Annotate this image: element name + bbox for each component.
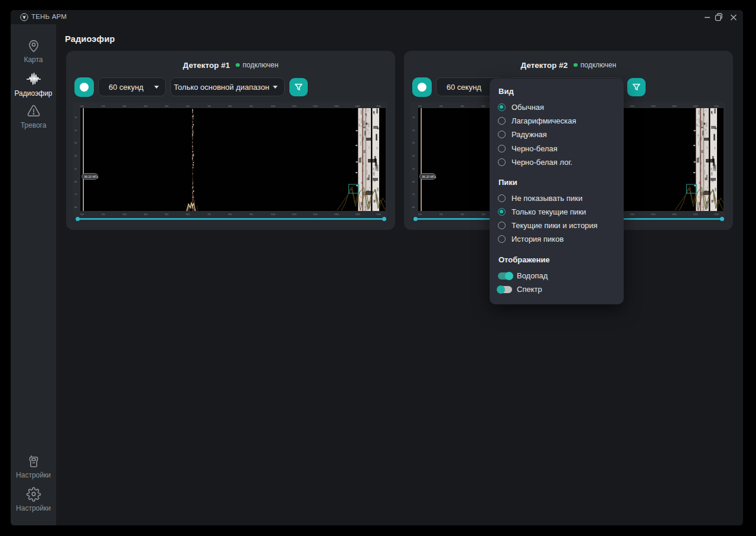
svg-text:-40: -40 [74,155,77,157]
svg-text:400: 400 [481,105,485,108]
svg-text:300: 300 [123,105,126,108]
svg-text:700: 700 [207,105,211,108]
svg-text:500: 500 [165,213,168,216]
svg-text:700: 700 [207,213,211,216]
svg-text:1000: 1000 [271,105,275,108]
svg-text:200: 200 [102,213,105,216]
svg-text:1500: 1500 [376,213,381,216]
svg-text:-10: -10 [74,116,77,119]
svg-text:1500: 1500 [376,105,381,108]
svg-text:400: 400 [144,105,147,108]
svg-text:100: 100 [80,213,84,216]
svg-text:96.20 МГц: 96.20 МГц [84,175,99,178]
svg-text:-60: -60 [412,181,415,183]
svg-text:-50: -50 [412,168,415,170]
svg-text:-10: -10 [412,116,415,119]
svg-text:-30: -30 [74,142,77,144]
svg-text:-20: -20 [412,129,415,132]
svg-text:1100: 1100 [292,105,296,108]
svg-text:1200: 1200 [651,105,656,108]
svg-text:1300: 1300 [672,105,676,108]
svg-text:-80: -80 [74,206,77,209]
svg-text:800: 800 [229,213,232,216]
svg-text:100: 100 [80,105,84,108]
svg-text:1200: 1200 [651,213,656,216]
svg-text:1200: 1200 [313,213,318,216]
svg-text:300: 300 [461,213,464,216]
svg-text:1500: 1500 [714,213,719,216]
svg-text:1400: 1400 [355,105,360,108]
svg-text:100: 100 [418,213,422,216]
svg-text:600: 600 [186,105,190,108]
svg-text:200: 200 [439,213,443,216]
svg-text:800: 800 [229,105,232,108]
svg-text:-50: -50 [74,168,77,170]
svg-text:1400: 1400 [693,105,698,108]
svg-text:1300: 1300 [334,213,338,216]
svg-text:200: 200 [439,105,443,108]
svg-text:400: 400 [144,213,147,216]
svg-text:1300: 1300 [672,213,676,216]
svg-text:1400: 1400 [693,213,698,216]
svg-text:1100: 1100 [630,105,634,108]
svg-text:900: 900 [249,213,253,216]
svg-text:1100: 1100 [292,213,296,216]
svg-text:300: 300 [461,105,464,108]
svg-text:-20: -20 [74,129,77,132]
svg-text:-30: -30 [412,142,415,144]
svg-text:1300: 1300 [334,105,338,108]
svg-text:-60: -60 [74,181,77,183]
svg-text:1000: 1000 [271,213,275,216]
svg-text:96.20 МГц: 96.20 МГц [422,175,436,178]
svg-text:500: 500 [165,105,168,108]
svg-text:1200: 1200 [313,105,318,108]
svg-text:-70: -70 [412,193,415,196]
svg-text:400: 400 [481,213,485,216]
svg-text:300: 300 [123,213,126,216]
svg-text:100: 100 [418,105,422,108]
svg-text:900: 900 [249,105,253,108]
svg-text:-40: -40 [412,155,415,157]
svg-text:200: 200 [102,105,105,108]
svg-text:1100: 1100 [630,213,634,216]
svg-text:1400: 1400 [355,213,360,216]
svg-text:600: 600 [186,213,190,216]
svg-text:-70: -70 [74,193,77,196]
svg-text:1500: 1500 [714,105,719,108]
svg-text:-80: -80 [412,206,415,209]
